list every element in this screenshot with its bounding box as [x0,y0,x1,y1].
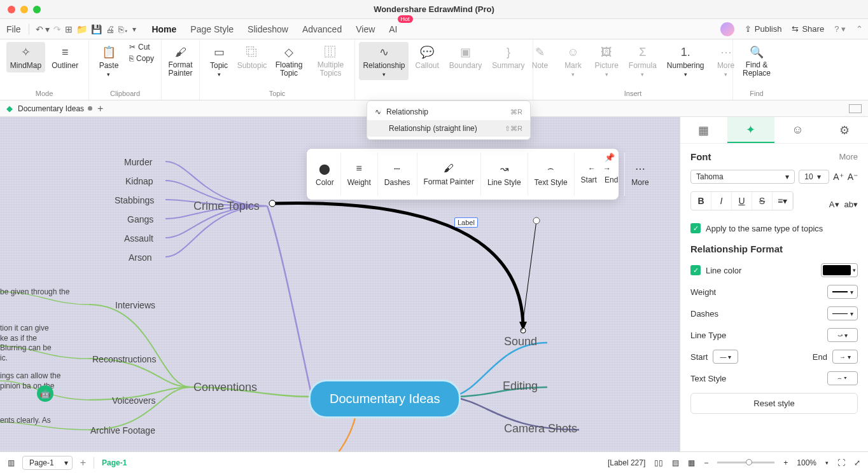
open-icon[interactable]: 📁 [76,24,87,34]
collapse-ribbon-icon[interactable]: ⌃ [856,24,863,34]
topic-crime[interactable]: Crime Topics [193,200,260,213]
ctx-dashes[interactable]: ┄Dashes [378,153,417,196]
font-more[interactable]: More [839,152,858,161]
page-select[interactable]: Page-1▾ [22,456,73,470]
weight-select[interactable]: ▾ [827,285,858,299]
redo-icon[interactable]: ↷ [53,24,61,34]
tab-view[interactable]: View [354,22,376,37]
view-icon-2[interactable]: ▤ [672,458,679,467]
outliner-button[interactable]: ≡Outliner [48,42,82,72]
new-icon[interactable]: ⊞ [65,24,73,34]
zoom-slider[interactable] [717,462,774,463]
font-size-select[interactable]: 10▾ [799,170,829,184]
font-color-button[interactable]: A▾ [829,200,839,209]
view-icon-3[interactable]: ▦ [688,458,695,467]
relationship-menu-item[interactable]: ∿Relationship ⌘R [367,104,530,120]
panel-toggle-icon[interactable] [849,104,862,113]
arrow-left-icon[interactable]: ← [588,164,596,173]
cut-button[interactable]: ✂Cut [127,42,157,52]
fullscreen-icon[interactable]: ⤢ [854,458,860,467]
floating-topic-button[interactable]: ◇Floating Topic [270,42,308,80]
subtopic-stabbings[interactable]: Stabbings [115,195,154,205]
font-family-select[interactable]: Tahoma▾ [690,170,795,184]
close-window-icon[interactable] [8,6,15,13]
maximize-window-icon[interactable] [33,6,41,13]
align-button[interactable]: ≡▾ [773,192,793,210]
doc-tab[interactable]: Documentary Ideas [18,104,92,113]
topic-editing[interactable]: Editing [503,380,538,393]
add-tab-button[interactable]: + [97,103,103,114]
add-page-button[interactable]: + [80,457,86,469]
topic-camera[interactable]: Camera Shots [504,422,577,435]
file-menu[interactable]: File [5,22,22,37]
subtopic-assault[interactable]: Assault [124,233,153,243]
subtopic-archive[interactable]: Archive Footage [90,425,155,435]
relationship-button[interactable]: ∿Relationship▾ [359,42,409,80]
subtopic-gangs[interactable]: Gangs [127,214,153,224]
tab-page-style[interactable]: Page Style [189,22,235,37]
dashes-select[interactable]: ▾ [827,306,858,320]
reset-style-button[interactable]: Reset style [690,393,858,414]
publish-button[interactable]: ⇪ Publish [745,24,782,34]
apply-same-checkbox[interactable]: ✓ [690,223,701,233]
save-icon[interactable]: 💾 [91,24,102,34]
end-arrow-select[interactable]: → ▾ [832,350,858,364]
ctx-more[interactable]: ⋯More [625,153,655,196]
undo-icon[interactable]: ↶ ▾ [36,24,50,34]
share-button[interactable]: ⇆ Share [792,24,824,34]
subtopic-voiceovers[interactable]: Voiceovers [112,395,155,406]
subtopic-kidnap[interactable]: Kidnap [125,176,153,186]
mindmap-button[interactable]: ✧MindMap [6,42,45,72]
zoom-out-button[interactable]: − [704,458,708,467]
line-color-swatch[interactable]: ▾ [821,263,858,277]
ctx-format-painter[interactable]: 🖌Format Painter [417,153,481,196]
numbering-button[interactable]: 1.Numbering▾ [663,42,708,80]
find-replace-button[interactable]: 🔍Find & Replace [737,42,776,80]
strike-button[interactable]: S [752,192,773,210]
italic-button[interactable]: I [711,192,732,210]
pages-icon[interactable]: ▥ [8,458,15,467]
underline-button[interactable]: U [732,192,752,210]
font-grow-icon[interactable]: A⁺ [833,172,843,182]
text-case-button[interactable]: ab▾ [844,200,858,209]
minimize-window-icon[interactable] [20,6,28,13]
page-tab[interactable]: Page-1 [102,458,127,467]
subtopic-arson[interactable]: Arson [129,252,152,263]
line-type-select[interactable]: ⤻ ▾ [827,328,858,342]
pin-icon[interactable]: 📌 [605,153,615,162]
view-icon-1[interactable]: ▯▯ [654,458,663,467]
subtopic-murder[interactable]: Murder [124,157,152,167]
panel-tab-layout[interactable]: ▦ [680,117,727,143]
fit-screen-icon[interactable]: ⛶ [837,458,845,467]
topic-sound[interactable]: Sound [504,335,537,348]
panel-tab-style[interactable]: ✦ [727,117,774,143]
paste-button[interactable]: 📋Paste▾ [94,42,124,80]
ctx-end[interactable]: End [605,175,618,184]
zoom-in-button[interactable]: + [783,458,788,467]
text-style-select[interactable]: ⌢ ▾ [827,371,858,385]
central-topic[interactable]: Documentary Ideas [309,380,461,418]
ai-chat-button[interactable]: 🤖 [37,385,53,402]
relationship-label[interactable]: Label [454,217,478,228]
arrow-right-icon[interactable]: → [603,164,611,173]
subtopic-interviews[interactable]: Interviews [115,300,155,310]
print-icon[interactable]: 🖨 [106,24,115,34]
font-shrink-icon[interactable]: A⁻ [848,172,858,182]
topic-conventions[interactable]: Conventions [193,381,257,394]
topic-button[interactable]: ▭Topic▾ [204,42,234,80]
tab-home[interactable]: Home [150,22,178,37]
ctx-color[interactable]: ⬤Color [309,153,341,196]
subtopic-reconstructions[interactable]: Reconstructions [92,354,156,364]
ctx-line-style[interactable]: ↝Line Style [481,153,528,196]
copy-button[interactable]: ⎘Copy [127,53,157,64]
more-qat-icon[interactable]: ▾ [132,25,136,34]
ctx-weight[interactable]: ≡Weight [341,153,378,196]
start-arrow-select[interactable]: — ▾ [713,350,738,364]
format-painter-button[interactable]: 🖌Format Painter [165,42,197,80]
bold-button[interactable]: B [691,192,711,210]
line-color-checkbox[interactable]: ✓ [690,265,701,275]
tab-slideshow[interactable]: Slideshow [246,22,290,37]
tab-ai[interactable]: AI Hot [388,22,398,37]
panel-tab-mark[interactable]: ☺ [774,117,822,143]
avatar[interactable] [720,22,734,36]
